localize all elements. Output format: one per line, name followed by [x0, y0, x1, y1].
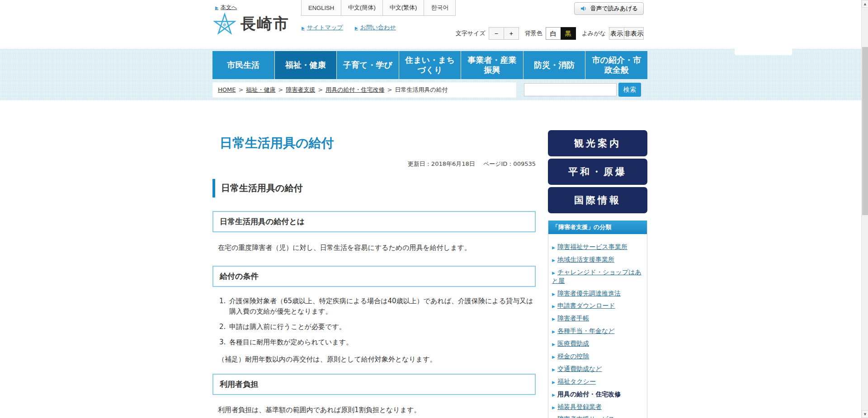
site-logo[interactable]: ❄ 長崎市	[213, 13, 289, 35]
list-item: 障害者支援サービス	[552, 415, 643, 418]
arrow-icon	[552, 365, 557, 372]
background-black-button[interactable]: 黒	[561, 27, 576, 40]
arrow-icon	[302, 24, 307, 31]
arrow-icon	[552, 243, 557, 250]
category-link[interactable]: 障害者支援サービス	[557, 415, 615, 418]
lang-korean-button[interactable]: 한국어	[424, 0, 456, 16]
language-switcher: ENGLISH 中文(簡体) 中文(繁体) 한국어	[302, 0, 456, 16]
arrow-icon	[215, 4, 221, 10]
burden-line: 利用者負担は、基準額の範囲内であれば原則1割負担となります。	[218, 404, 536, 416]
lang-chinese-simplified-button[interactable]: 中文(簡体)	[341, 0, 383, 16]
nav-tab-housing-town[interactable]: 住まい・まちづくり	[399, 51, 461, 79]
font-size-increase-button[interactable]: +	[504, 27, 519, 40]
search-input[interactable]	[524, 83, 617, 96]
scroll-up-arrow[interactable]: ▲	[862, 0, 868, 8]
arrow-icon	[552, 302, 557, 309]
scrollbar-thumb[interactable]	[862, 47, 868, 215]
site-header: 本文へ ❄ 長崎市 ENGLISH 中文(簡体) 中文(繁体) 한국어 サイトマ…	[0, 0, 868, 49]
list-item: チャレンジド・ショップはあと屋	[552, 268, 643, 285]
nav-tab-business-industry[interactable]: 事業者・産業振興	[461, 51, 523, 79]
svg-text:❄: ❄	[222, 22, 226, 28]
category-link[interactable]: 申請書ダウンロード	[557, 302, 615, 309]
nav-tab-city-administration[interactable]: 市の紹介・市政全般	[585, 51, 647, 79]
lang-chinese-traditional-button[interactable]: 中文(繁体)	[382, 0, 425, 16]
nav-tab-disaster-fire[interactable]: 防災・消防	[523, 51, 585, 79]
peace-abomb-banner[interactable]: 平和・原爆	[548, 159, 647, 185]
category-header: 「障害者支援」の分類	[548, 221, 647, 234]
breadcrumb-disability-support-link[interactable]: 障害者支援	[286, 86, 315, 94]
arrow-icon	[552, 315, 557, 322]
current-category-label: 用具の給付・住宅改修	[557, 390, 621, 398]
updated-date: 更新日：2018年6月18日	[408, 160, 475, 167]
arrow-icon	[552, 378, 557, 385]
list-item: 申請書ダウンロード	[552, 301, 643, 310]
speaker-icon	[580, 5, 587, 12]
international-banner[interactable]: 国際情報	[548, 187, 647, 213]
contact-link[interactable]: お問い合わせ	[355, 23, 396, 32]
accessibility-controls: 文字サイズ − + 背景色 白 黒 よみがな 表示 非表示	[453, 27, 644, 40]
read-aloud-button[interactable]: 音声で読みあげる	[574, 2, 644, 15]
arrow-icon	[552, 256, 557, 263]
font-size-decrease-button[interactable]: −	[489, 27, 504, 40]
category-link[interactable]: 障害福祉サービス事業所	[557, 243, 627, 250]
category-link[interactable]: 交通費助成など	[557, 365, 602, 372]
list-item: 医療費助成	[552, 339, 643, 348]
category-link[interactable]: 補装具登録業者	[557, 403, 602, 410]
breadcrumb-equipment-link[interactable]: 用具の給付・住宅改修	[326, 86, 384, 94]
category-link[interactable]: 障害者優先調達推進法	[557, 290, 621, 297]
lang-english-button[interactable]: ENGLISH	[301, 0, 341, 16]
category-link[interactable]: 税金の控除	[557, 352, 589, 360]
main-content: 日常生活用具の給付 更新日：2018年6月18日 ページID：009535 日常…	[212, 100, 536, 418]
arrow-icon	[552, 327, 557, 334]
list-item: 福祉タクシー	[552, 377, 643, 386]
list-item-current-page: 用具の給付・住宅改修	[552, 390, 643, 399]
condition-item: 介護保険対象者（65歳以上、特定疾病による場合は40歳以上）であれば、介護保険に…	[228, 296, 536, 317]
arrow-icon	[552, 268, 557, 276]
breadcrumb: HOME > 福祉・健康 > 障害者支援 > 用具の給付・住宅改修 > 日常生活…	[212, 82, 516, 98]
nagasaki-star-icon: ❄	[213, 13, 236, 35]
category-list: 障害福祉サービス事業所 地域生活支援事業所 チャレンジド・ショップはあと屋 障害…	[548, 234, 647, 418]
breadcrumb-separator: >	[278, 86, 283, 93]
decoration-box	[735, 49, 792, 55]
conditions-note: （補足）耐用年数以内の再交付は、原則として給付対象外となります。	[218, 355, 536, 364]
nav-band: 市民生活 福祉・健康 子育て・学び 住まい・まちづくり 事業者・産業振興 防災・…	[0, 49, 868, 100]
breadcrumb-row: HOME > 福祉・健康 > 障害者支援 > 用具の給付・住宅改修 > 日常生活…	[212, 79, 647, 100]
sitemap-link[interactable]: サイトマップ	[302, 23, 343, 32]
scroll-down-arrow[interactable]: ▼	[862, 410, 868, 418]
category-link[interactable]: 医療費助成	[557, 340, 589, 347]
background-white-button[interactable]: 白	[546, 27, 561, 40]
list-item: 交通費助成など	[552, 365, 643, 373]
arrow-icon	[552, 340, 557, 347]
nav-tab-citizen-life[interactable]: 市民生活	[212, 51, 274, 79]
category-link[interactable]: 地域生活支援事業所	[557, 256, 614, 263]
arrow-icon	[552, 290, 557, 297]
breadcrumb-separator: >	[318, 86, 323, 93]
nav-tab-welfare-health[interactable]: 福祉・健康	[274, 51, 337, 79]
yomigana-hide-button[interactable]: 非表示	[624, 27, 644, 40]
skip-to-content-link[interactable]: 本文へ	[215, 4, 237, 11]
category-link[interactable]: 各種手当・年金など	[557, 327, 615, 334]
list-item: 障害福祉サービス事業所	[552, 243, 643, 251]
search-button[interactable]: 検索	[618, 83, 641, 97]
about-heading: 日常生活用具の給付とは	[212, 211, 536, 232]
breadcrumb-home-link[interactable]: HOME	[218, 86, 236, 93]
category-link[interactable]: 福祉タクシー	[557, 378, 596, 385]
background-color-label: 背景色	[525, 29, 542, 38]
tourism-banner[interactable]: 観光案内	[548, 130, 647, 156]
yomigana-show-button[interactable]: 表示	[609, 27, 624, 40]
section-heading: 日常生活用具の給付	[212, 179, 536, 197]
burden-heading: 利用者負担	[212, 374, 536, 395]
category-link[interactable]: 障害者手帳	[557, 315, 589, 322]
global-navigation: 市民生活 福祉・健康 子育て・学び 住まい・まちづくり 事業者・産業振興 防災・…	[212, 49, 647, 79]
category-link[interactable]: チャレンジド・ショップはあと屋	[552, 268, 642, 284]
page-title: 日常生活用具の給付	[220, 135, 536, 152]
site-search: 検索	[524, 83, 641, 97]
yomigana-label: よみがな	[582, 29, 606, 38]
conditions-list: 介護保険対象者（65歳以上、特定疾病による場合は40歳以上）であれば、介護保険に…	[228, 296, 536, 348]
breadcrumb-current: 日常生活用具の給付	[395, 86, 448, 94]
sidebar: 観光案内 平和・原爆 国際情報 「障害者支援」の分類 障害福祉サービス事業所 地…	[548, 100, 647, 418]
browser-scrollbar[interactable]: ▲ ▼	[861, 0, 868, 418]
breadcrumb-welfare-link[interactable]: 福祉・健康	[246, 86, 275, 94]
category-box: 「障害者支援」の分類 障害福祉サービス事業所 地域生活支援事業所 チャレンジド・…	[548, 221, 647, 418]
nav-tab-childcare-learning[interactable]: 子育て・学び	[336, 51, 399, 79]
